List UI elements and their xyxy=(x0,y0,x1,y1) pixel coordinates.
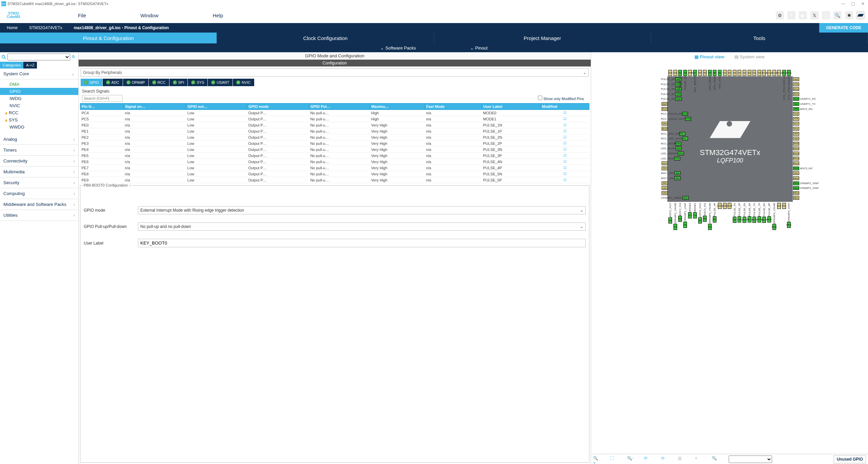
tree-item-wwdg[interactable]: WWDG xyxy=(9,123,78,131)
rotate-cw-icon[interactable]: ⟳ xyxy=(644,456,651,463)
github-icon[interactable]: ◯ xyxy=(822,11,830,19)
network-icon[interactable]: ✱ xyxy=(845,11,853,19)
tree-group-system-core[interactable]: System Core⌄ xyxy=(0,69,78,79)
pin-PA0[interactable]: PA0ADC1_IN1 xyxy=(661,171,681,175)
x-twitter-icon[interactable]: 𝕏 xyxy=(810,11,819,19)
pin-PE11[interactable]: PE11PULSE_6P xyxy=(748,202,751,223)
table-row[interactable]: PE4n/aLowOutput P…No pull-u…Very Highn/a… xyxy=(80,147,589,153)
col-header[interactable]: Modified xyxy=(541,103,589,110)
layers-icon[interactable]: ▥ xyxy=(678,456,685,463)
periph-tab-nvic[interactable]: ✓NVIC xyxy=(233,79,254,86)
table-row[interactable]: PE3n/aLowOutput P…No pull-u…Very Highn/a… xyxy=(80,140,589,147)
pin-PC9[interactable]: PC9 xyxy=(793,112,800,116)
pin-PD11[interactable]: PD11 xyxy=(793,161,800,165)
pin-PD5[interactable]: PD5 xyxy=(733,70,736,77)
pin-PA4[interactable]: PA4ADC2_IN17 xyxy=(668,202,672,224)
pin-PE10[interactable]: PE10PULSE_6N xyxy=(743,202,746,223)
pin-PA14[interactable]: PA14SYS_JTCK-SWCLK xyxy=(782,70,786,101)
pin-PF0-…[interactable]: PF0-…RCC_OSC_IN xyxy=(661,132,685,136)
pin-PA13[interactable]: PA13SYS_JTMS-SWDIO xyxy=(787,70,791,101)
fit-icon[interactable]: ⛶ xyxy=(610,456,617,463)
pin-PA5[interactable]: PA5OPAMP2_VINM0 xyxy=(673,202,677,230)
pin-VREF[interactable]: VREF xyxy=(723,202,727,209)
gear-icon[interactable]: ⚙ xyxy=(72,54,77,60)
pin-PB5[interactable]: PB5SPI1_MOSI xyxy=(708,70,712,91)
table-row[interactable]: PE7n/aLowOutput P…No pull-u…Very Highn/a… xyxy=(80,165,589,171)
tree-group-computing[interactable]: Computing› xyxy=(0,188,78,199)
pin-PB6[interactable]: PB6 xyxy=(703,70,707,77)
pin-PE15[interactable]: PE15PULSE_8P xyxy=(767,202,771,223)
tab-tools[interactable]: Tools xyxy=(651,33,868,43)
gpio-pull-select[interactable]: No pull-up and no pull-down⌄ xyxy=(138,223,586,231)
minimize-icon[interactable]: — xyxy=(841,1,845,6)
pin-PD2[interactable]: PD2 xyxy=(748,70,751,77)
user-label-input[interactable] xyxy=(138,239,586,247)
tree-item-gpio[interactable]: GPIO xyxy=(0,88,78,95)
col-header[interactable]: Pin N… xyxy=(80,103,124,110)
zoom-in-icon[interactable]: 🔍+ xyxy=(593,456,600,463)
tree-item-sys[interactable]: ▲SYS xyxy=(9,116,78,123)
pin-PC12[interactable]: PC12 xyxy=(762,70,766,77)
pin-PD13[interactable]: PD13 xyxy=(793,152,800,155)
pin-PB0[interactable]: PB0ADC3_IN12 xyxy=(698,202,702,224)
pin-PA7[interactable]: PA7OPAMP1_VINP xyxy=(683,202,687,228)
search-categories-select[interactable] xyxy=(7,54,70,60)
pin-PA6[interactable]: PA6ADC2_IN3 xyxy=(678,202,682,222)
badge-icon[interactable]: ⚙ xyxy=(776,11,784,19)
table-row[interactable]: PC5n/aLowOutput P…No pull-u…Highn/aMODE1… xyxy=(80,116,589,122)
rotate-ccw-icon[interactable]: ⟲ xyxy=(661,456,668,463)
pin-PD4[interactable]: PD4 xyxy=(738,70,741,77)
pin-PB14[interactable]: PB14OPAMP2_VINP xyxy=(793,181,819,185)
pin-PE14[interactable]: PE14PULSE_8N xyxy=(762,202,766,223)
pin-PC13[interactable]: PC13 xyxy=(661,107,668,111)
pin-PC7[interactable]: PC7 xyxy=(793,122,800,125)
pin-VDD[interactable]: VDD xyxy=(668,70,672,77)
pin-PE0[interactable]: PE0PULSE_1N xyxy=(683,70,687,91)
pin-PE8[interactable]: PE8PULSE_5N xyxy=(733,202,736,223)
pin-PA3[interactable]: PA3OPAMP1_VINM0 xyxy=(661,196,689,200)
pin-PB1[interactable]: PB1ADC3_IN1 xyxy=(703,202,707,222)
table-row[interactable]: PE1n/aLowOutput P…No pull-u…Very Highn/a… xyxy=(80,128,589,134)
table-row[interactable]: PE5n/aLowOutput P…No pull-u…Very Highn/a… xyxy=(80,153,589,159)
pin-PD14[interactable]: PD14 xyxy=(793,147,800,150)
facebook-icon[interactable]: f xyxy=(787,11,795,19)
tree-group-analog[interactable]: Analog› xyxy=(0,134,78,145)
pin-VSSA[interactable]: VSSA xyxy=(718,202,722,209)
tab-a-to-z[interactable]: A->Z xyxy=(23,62,37,69)
pin-PD9[interactable]: PD9 xyxy=(793,171,800,175)
periph-tab-adc[interactable]: ✓ADC xyxy=(103,79,123,86)
pin-PA12[interactable]: PA12 xyxy=(793,87,800,91)
pin-PC4[interactable]: PC4MODE0 xyxy=(688,202,692,218)
tab-categories[interactable]: Categories xyxy=(0,62,23,69)
close-icon[interactable]: ✕ xyxy=(861,1,865,6)
col-header[interactable]: Signal on… xyxy=(123,103,186,110)
pin-PD7[interactable]: PD7 xyxy=(723,70,727,77)
tree-group-timers[interactable]: Timers› xyxy=(0,145,78,156)
tab-pinout[interactable]: Pinout & Configuration xyxy=(0,33,217,43)
col-header[interactable]: User Label xyxy=(482,103,540,110)
tree-item-iwdg[interactable]: IWDG xyxy=(9,95,78,102)
pin-PA8[interactable]: PA8ADC5_IN1 xyxy=(793,107,813,111)
zoom-out-icon[interactable]: 🔍- xyxy=(627,456,634,463)
pin-PC11[interactable]: PC11 xyxy=(767,70,771,77)
pin-PA15[interactable]: PA15 xyxy=(777,70,781,77)
pin-PE5[interactable]: PE5PULSE_3P xyxy=(661,92,681,96)
periph-tab-rcc[interactable]: ✓RCC xyxy=(149,79,169,86)
show-modified-checkbox[interactable] xyxy=(538,96,542,100)
pin-PB11[interactable]: PB11OPAMP4_VINP xyxy=(787,202,791,228)
pin-search-select[interactable] xyxy=(729,456,772,463)
subtab-pinout[interactable]: Pinout xyxy=(470,45,488,51)
pin-PC1[interactable]: PC1LED_GREEN xyxy=(661,152,684,155)
tab-system-view[interactable]: ▤ System view xyxy=(734,54,765,59)
pin-VSS[interactable]: VSS xyxy=(793,137,800,140)
pin-PA1[interactable]: PA1ADC1_IN2 xyxy=(661,176,681,180)
unused-gpio-button[interactable]: Unused GPIO xyxy=(834,455,866,463)
pin-PA10[interactable]: PA10USART1_RX xyxy=(793,97,816,101)
youtube-icon[interactable]: ▶ xyxy=(799,11,807,19)
pin-PC3[interactable]: PC3 xyxy=(661,161,668,165)
pin-PB10[interactable]: PB10OPAMP4_VINM0 xyxy=(772,202,776,230)
periph-tab-spi[interactable]: ✓SPI xyxy=(169,79,188,86)
subtab-software-packs[interactable]: Software Packs xyxy=(380,45,416,51)
table-row[interactable]: PE8n/aLowOutput P…No pull-u…Very Highn/a… xyxy=(80,171,589,177)
stack-icon[interactable]: ≡ xyxy=(695,456,702,463)
